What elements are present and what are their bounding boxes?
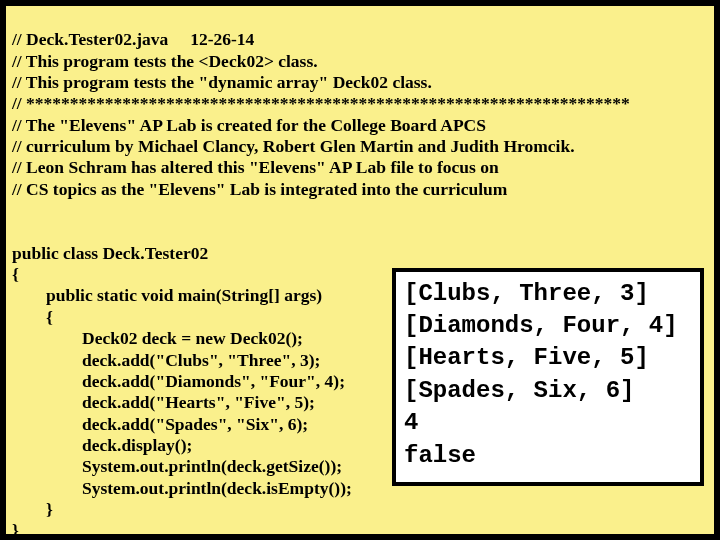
code-line: { [12,264,19,284]
code-line: deck.add("Spades", "Six", 6); [12,414,308,435]
code-line: public class Deck.Tester02 [12,243,208,263]
code-line: // curriculum by Michael Clancy, Robert … [12,136,575,156]
output-line: [Diamonds, Four, 4] [404,312,678,339]
code-line: // This program tests the <Deck02> class… [12,51,318,71]
code-line: // This program tests the "dynamic array… [12,72,432,92]
code-line: public static void main(String[] args) [12,285,322,306]
code-line: deck.add("Clubs", "Three", 3); [12,350,320,371]
code-line: Deck02 deck = new Deck02(); [12,328,303,349]
code-line: // CS topics as the "Elevens" Lab is int… [12,179,507,199]
code-line: deck.add("Diamonds", "Four", 4); [12,371,345,392]
program-output-box: [Clubs, Three, 3] [Diamonds, Four, 4] [H… [392,268,704,486]
slide-frame: // Deck.Tester02.java 12-26-14 // This p… [0,0,720,540]
output-line: [Hearts, Five, 5] [404,344,649,371]
code-line: System.out.println(deck.getSize()); [12,456,342,477]
code-line: // The "Elevens" AP Lab is created for t… [12,115,486,135]
code-line: { [12,307,53,328]
output-line: [Spades, Six, 6] [404,377,634,404]
code-line: // *************************************… [12,93,630,113]
output-line: 4 [404,409,418,436]
code-line: } [12,520,19,540]
output-line: [Clubs, Three, 3] [404,280,649,307]
code-line: deck.add("Hearts", "Five", 5); [12,392,315,413]
code-line: deck.display(); [12,435,192,456]
code-line: System.out.println(deck.isEmpty()); [12,478,352,499]
code-line: } [12,499,53,520]
code-line: // Leon Schram has altered this "Elevens… [12,157,499,177]
code-line: // Deck.Tester02.java 12-26-14 [12,29,254,49]
output-line: false [404,442,476,469]
